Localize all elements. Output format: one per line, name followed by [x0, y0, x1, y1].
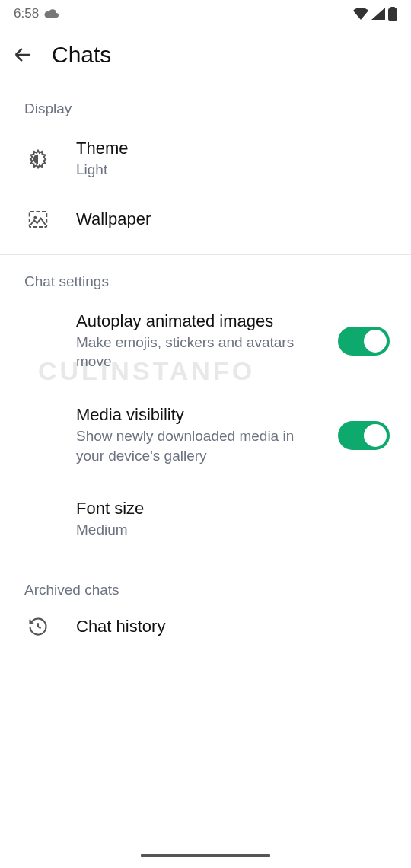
- svg-rect-1: [390, 7, 395, 9]
- media-visibility-toggle[interactable]: [338, 421, 390, 450]
- autoplay-toggle[interactable]: [338, 327, 390, 356]
- section-display-header: Display: [0, 82, 411, 125]
- theme-icon: [26, 147, 50, 171]
- status-time: 6:58: [14, 6, 39, 21]
- svg-point-3: [33, 215, 37, 219]
- theme-title: Theme: [76, 139, 393, 158]
- setting-font-size[interactable]: Font size Medium: [0, 479, 411, 554]
- page-title: Chats: [52, 42, 111, 68]
- font-size-value: Medium: [76, 520, 320, 540]
- svg-rect-0: [388, 8, 397, 21]
- theme-value: Light: [76, 160, 320, 180]
- media-visibility-subtitle: Show newly downloaded media in your devi…: [76, 426, 312, 465]
- back-button[interactable]: [12, 44, 33, 65]
- autoplay-subtitle: Make emojis, stickers and avatars move: [76, 333, 312, 372]
- battery-icon: [388, 7, 397, 21]
- section-archived-header: Archived chats: [0, 563, 411, 606]
- setting-wallpaper[interactable]: Wallpaper: [0, 193, 411, 245]
- home-indicator[interactable]: [141, 854, 270, 857]
- setting-media-visibility[interactable]: Media visibility Show newly downloaded m…: [0, 385, 411, 479]
- app-header: Chats: [0, 27, 411, 82]
- autoplay-title: Autoplay animated images: [76, 311, 312, 331]
- signal-icon: [371, 8, 385, 20]
- wifi-icon: [353, 8, 368, 20]
- wallpaper-title: Wallpaper: [76, 209, 393, 229]
- history-icon: [26, 614, 50, 639]
- chat-history-title: Chat history: [76, 617, 393, 637]
- svg-rect-2: [30, 212, 47, 227]
- status-bar: 6:58: [0, 0, 411, 27]
- media-visibility-title: Media visibility: [76, 405, 312, 425]
- setting-theme[interactable]: Theme Light: [0, 125, 411, 193]
- setting-autoplay[interactable]: Autoplay animated images Make emojis, st…: [0, 298, 411, 385]
- section-chat-settings-header: Chat settings: [0, 255, 411, 298]
- cloud-icon: [43, 8, 60, 20]
- wallpaper-icon: [26, 207, 50, 231]
- font-size-title: Font size: [76, 499, 393, 519]
- setting-chat-history[interactable]: Chat history: [0, 606, 411, 655]
